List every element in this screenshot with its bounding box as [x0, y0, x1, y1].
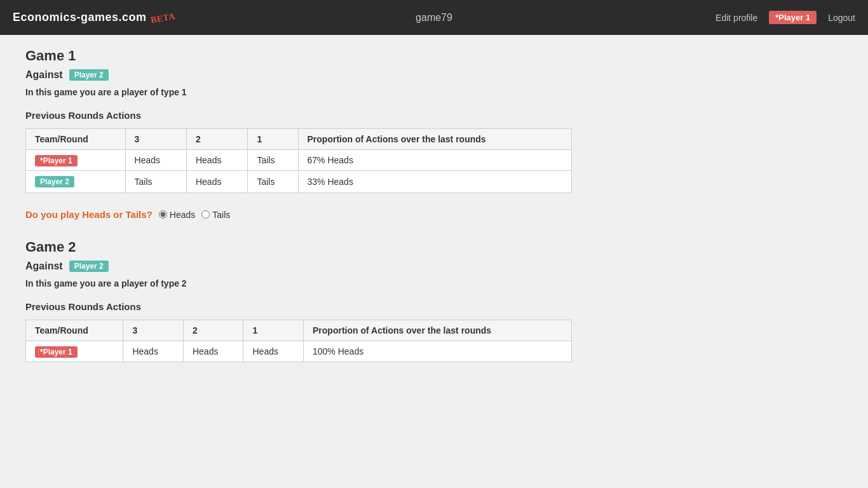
game2-row1-proportion: 100% Heads	[304, 341, 572, 362]
game1-player-type: In this game you are a player of type 1	[25, 87, 826, 97]
table-row: Player 2 Tails Heads Tails 33% Heads	[26, 171, 572, 193]
game2-rounds-table: Team/Round 3 2 1 Proportion of Actions o…	[25, 320, 572, 362]
game1-question-label: Do you play Heads or Tails?	[25, 209, 153, 220]
game2-section: Game 2 Against Player 2 In this game you…	[25, 239, 826, 362]
game1-against-label: Against	[25, 69, 63, 81]
game1-table-header-row: Team/Round 3 2 1 Proportion of Actions o…	[26, 129, 572, 150]
game2-against-row: Against Player 2	[25, 261, 826, 272]
game2-row1-r3: Heads	[123, 341, 184, 362]
game2-title: Game 2	[25, 239, 826, 255]
game1-against-row: Against Player 2	[25, 69, 826, 81]
main-content: Game 1 Against Player 2 In this game you…	[0, 35, 851, 391]
edit-profile-link[interactable]: Edit profile	[715, 13, 757, 23]
game1-col-team-round: Team/Round	[26, 129, 126, 150]
game1-col-1: 1	[248, 129, 298, 150]
game1-row1-r2: Heads	[186, 150, 247, 171]
game-id: game79	[416, 12, 452, 24]
header: Economics-games.comBETA game79 Edit prof…	[0, 0, 868, 35]
game2-against-player: Player 2	[69, 261, 109, 272]
game2-row1-r2: Heads	[183, 341, 243, 362]
site-logo: Economics-games.comBETA	[13, 11, 175, 24]
game2-previous-rounds-title: Previous Rounds Actions	[25, 301, 826, 312]
game1-question-row: Do you play Heads or Tails? Heads Tails	[25, 209, 826, 220]
game2-col-3: 3	[123, 320, 184, 341]
game1-col-3: 3	[125, 129, 186, 150]
game1-row2-proportion: 33% Heads	[298, 171, 571, 193]
game1-title: Game 1	[25, 48, 826, 64]
logo-text: Economics-games.com	[13, 11, 147, 24]
game1-heads-label: Heads	[170, 210, 195, 220]
current-player-badge: *Player 1	[769, 11, 817, 24]
game1-row2-r1: Tails	[248, 171, 298, 193]
game1-player2-badge: Player 2	[35, 176, 74, 187]
game2-col-2: 2	[183, 320, 243, 341]
game1-tails-option[interactable]: Tails	[201, 210, 230, 220]
game1-heads-radio[interactable]	[159, 210, 167, 219]
game1-row1-r3: Heads	[125, 150, 186, 171]
game1-rounds-table: Team/Round 3 2 1 Proportion of Actions o…	[25, 128, 572, 193]
game2-row1-r1: Heads	[243, 341, 304, 362]
beta-badge: BETA	[149, 11, 175, 26]
game1-previous-rounds-title: Previous Rounds Actions	[25, 110, 826, 121]
game1-tails-radio[interactable]	[201, 210, 210, 219]
game1-row2-player: Player 2	[26, 171, 126, 193]
game1-col-2: 2	[186, 129, 247, 150]
game2-player1-badge: *Player 1	[35, 346, 78, 358]
game1-player1-badge: *Player 1	[35, 155, 78, 166]
table-row: *Player 1 Heads Heads Heads 100% Heads	[26, 341, 572, 362]
game2-row1-player: *Player 1	[26, 341, 123, 362]
game2-player-type: In this game you are a player of type 2	[25, 278, 826, 288]
table-row: *Player 1 Heads Heads Tails 67% Heads	[26, 150, 572, 171]
game2-against-label: Against	[25, 261, 63, 272]
game2-col-proportion: Proportion of Actions over the last roun…	[304, 320, 572, 341]
game1-heads-option[interactable]: Heads	[159, 210, 195, 220]
game1-row1-player: *Player 1	[26, 150, 126, 171]
game1-col-proportion: Proportion of Actions over the last roun…	[298, 129, 571, 150]
game2-col-1: 1	[243, 320, 304, 341]
game1-row1-r1: Tails	[248, 150, 298, 171]
game1-against-player: Player 2	[69, 69, 109, 81]
main-scroll-area[interactable]: Game 1 Against Player 2 In this game you…	[0, 35, 868, 488]
header-right: Edit profile *Player 1 Logout	[715, 11, 855, 24]
game2-col-team-round: Team/Round	[26, 320, 123, 341]
game1-section: Game 1 Against Player 2 In this game you…	[25, 48, 826, 220]
game2-table-header-row: Team/Round 3 2 1 Proportion of Actions o…	[26, 320, 572, 341]
game1-tails-label: Tails	[212, 210, 230, 220]
game1-row2-r2: Heads	[186, 171, 247, 193]
logout-link[interactable]: Logout	[828, 13, 855, 23]
game1-row1-proportion: 67% Heads	[298, 150, 571, 171]
game1-row2-r3: Tails	[125, 171, 186, 193]
